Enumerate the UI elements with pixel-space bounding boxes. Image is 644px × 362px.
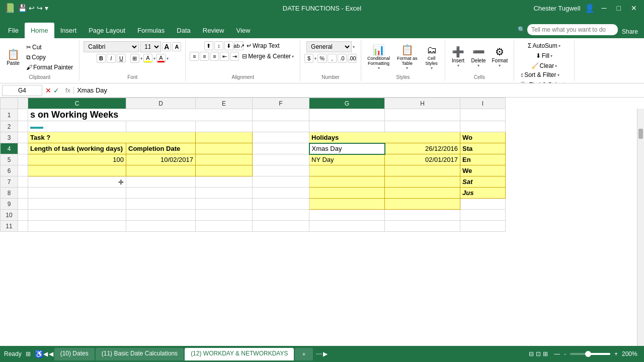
insert-button[interactable]: ➕ Insert ▾ bbox=[449, 46, 467, 69]
cell-D11[interactable] bbox=[126, 221, 196, 232]
comma-button[interactable]: , bbox=[328, 54, 337, 63]
cell-H8[interactable] bbox=[385, 188, 460, 199]
cell-F10[interactable] bbox=[253, 210, 309, 221]
customize-button[interactable]: ▾ bbox=[45, 4, 48, 12]
cell-G6[interactable] bbox=[309, 165, 385, 176]
cell-G3[interactable]: Holidays bbox=[309, 132, 460, 143]
col-header-E[interactable]: E bbox=[196, 98, 253, 109]
cell-E6[interactable] bbox=[196, 165, 253, 176]
cell-B7[interactable] bbox=[18, 176, 28, 188]
cancel-formula-icon[interactable]: ✕ bbox=[45, 86, 51, 95]
cell-G4[interactable]: Xmas Day bbox=[309, 143, 385, 154]
tab-home[interactable]: Home bbox=[25, 23, 54, 38]
align-left-button[interactable]: ≡ bbox=[190, 52, 199, 61]
view-normal-button[interactable]: ⊟ bbox=[529, 350, 534, 357]
align-middle-button[interactable]: ↕ bbox=[214, 41, 223, 50]
cell-I2[interactable] bbox=[460, 121, 506, 132]
cell-E11[interactable] bbox=[196, 221, 253, 232]
cell-B1[interactable] bbox=[18, 109, 28, 121]
fill-button[interactable]: ⬇ Fill ▾ bbox=[534, 51, 554, 60]
confirm-formula-icon[interactable]: ✓ bbox=[53, 86, 59, 95]
cell-H11[interactable] bbox=[385, 221, 460, 232]
italic-button[interactable]: I bbox=[107, 54, 116, 63]
cell-D5[interactable]: 10/02/2017 bbox=[126, 154, 196, 165]
sheet-tab-2[interactable]: (11) Basic Date Calculations bbox=[96, 348, 184, 360]
formula-input[interactable] bbox=[74, 86, 642, 94]
scroll-left-button2[interactable]: ◀ bbox=[49, 350, 53, 357]
tab-page-layout[interactable]: Page Layout bbox=[83, 23, 131, 38]
search-input[interactable] bbox=[527, 24, 618, 35]
cell-B5[interactable] bbox=[18, 154, 28, 165]
cell-G10[interactable] bbox=[309, 210, 385, 221]
cell-I7[interactable]: Sat bbox=[460, 176, 506, 188]
cell-H6[interactable] bbox=[385, 165, 460, 176]
percent-button[interactable]: % bbox=[317, 54, 327, 63]
cell-G9[interactable] bbox=[309, 199, 385, 210]
cell-F9[interactable] bbox=[253, 199, 309, 210]
cell-styles-button[interactable]: 🗂 CellStyles ▾ bbox=[423, 44, 441, 71]
cell-F7[interactable] bbox=[253, 176, 309, 188]
zoom-slider-thumb[interactable] bbox=[585, 351, 591, 357]
scroll-left-button[interactable]: ◀ bbox=[43, 350, 48, 357]
copy-button[interactable]: ⧉ Copy bbox=[24, 53, 75, 62]
tab-insert[interactable]: Insert bbox=[54, 23, 83, 38]
cell-C2[interactable]: ▬▬ bbox=[28, 121, 126, 132]
cell-E4[interactable] bbox=[196, 143, 253, 154]
cell-I6[interactable]: We bbox=[460, 165, 506, 176]
decrease-decimal-button[interactable]: .00 bbox=[348, 54, 357, 63]
increase-font-button[interactable]: A bbox=[162, 42, 171, 51]
view-page-break-button[interactable]: ⊞ bbox=[543, 350, 548, 357]
cell-F6[interactable] bbox=[253, 165, 309, 176]
view-layout-button[interactable]: ⊡ bbox=[536, 350, 541, 357]
format-painter-button[interactable]: 🖌 Format Painter bbox=[24, 63, 75, 72]
cell-G1[interactable] bbox=[309, 109, 385, 121]
cell-D2[interactable] bbox=[126, 121, 196, 132]
cell-G7[interactable] bbox=[309, 176, 385, 188]
cell-F1[interactable] bbox=[253, 109, 309, 121]
cell-D9[interactable] bbox=[126, 199, 196, 210]
cell-C7[interactable]: ✛ bbox=[28, 176, 126, 188]
decrease-indent-button[interactable]: ⇤ bbox=[220, 52, 229, 61]
font-name-select[interactable]: Calibri bbox=[84, 41, 139, 52]
cell-I11[interactable] bbox=[460, 221, 506, 232]
cell-H7[interactable] bbox=[385, 176, 460, 188]
cell-I9[interactable] bbox=[460, 199, 506, 210]
cell-I5[interactable]: En bbox=[460, 154, 506, 165]
cell-B10[interactable] bbox=[18, 210, 28, 221]
cell-D10[interactable] bbox=[126, 210, 196, 221]
number-format-select[interactable]: General bbox=[306, 41, 352, 52]
save-button[interactable]: 💾 bbox=[18, 4, 27, 12]
sort-filter-button[interactable]: ↕ Sort & Filter ▾ bbox=[518, 70, 570, 79]
cell-C5[interactable]: 100 bbox=[28, 154, 126, 165]
scroll-right-button[interactable]: ▶ bbox=[323, 350, 328, 357]
tab-formulas[interactable]: Formulas bbox=[131, 23, 171, 38]
cell-D4[interactable]: Completion Date bbox=[126, 143, 196, 154]
cell-F3[interactable] bbox=[253, 132, 309, 143]
cell-B4[interactable] bbox=[18, 143, 28, 154]
cut-button[interactable]: ✂ Cut bbox=[24, 43, 75, 52]
tab-review[interactable]: Review bbox=[197, 23, 230, 38]
font-color-button[interactable]: A bbox=[156, 54, 166, 63]
wrap-text-button[interactable]: ↵ Wrap Text bbox=[245, 41, 282, 50]
cell-C4[interactable]: Length of task (working days) bbox=[28, 143, 126, 154]
cell-E10[interactable] bbox=[196, 210, 253, 221]
zoom-slider[interactable] bbox=[570, 353, 610, 355]
cell-H10[interactable] bbox=[385, 210, 460, 221]
font-size-select[interactable]: 11 bbox=[140, 41, 161, 52]
delete-button[interactable]: ➖ Delete ▾ bbox=[469, 46, 488, 69]
bold-button[interactable]: B bbox=[97, 54, 106, 63]
cell-C9[interactable] bbox=[28, 199, 126, 210]
align-center-button[interactable]: ≡ bbox=[200, 52, 209, 61]
cell-I1[interactable] bbox=[460, 109, 506, 121]
redo-button[interactable]: ↪ bbox=[37, 4, 43, 12]
cell-B9[interactable] bbox=[18, 199, 28, 210]
cell-I4[interactable]: Sta bbox=[460, 143, 506, 154]
cell-reference-box[interactable] bbox=[2, 85, 42, 96]
col-header-F[interactable]: F bbox=[253, 98, 309, 109]
cell-I10[interactable] bbox=[460, 210, 506, 221]
underline-button[interactable]: U bbox=[117, 54, 126, 63]
conditional-formatting-button[interactable]: 📊 ConditionalFormatting ▾ bbox=[365, 44, 392, 71]
align-top-button[interactable]: ⬆ bbox=[204, 41, 213, 50]
cell-C6[interactable] bbox=[28, 165, 126, 176]
col-header-I[interactable]: I bbox=[460, 98, 506, 109]
